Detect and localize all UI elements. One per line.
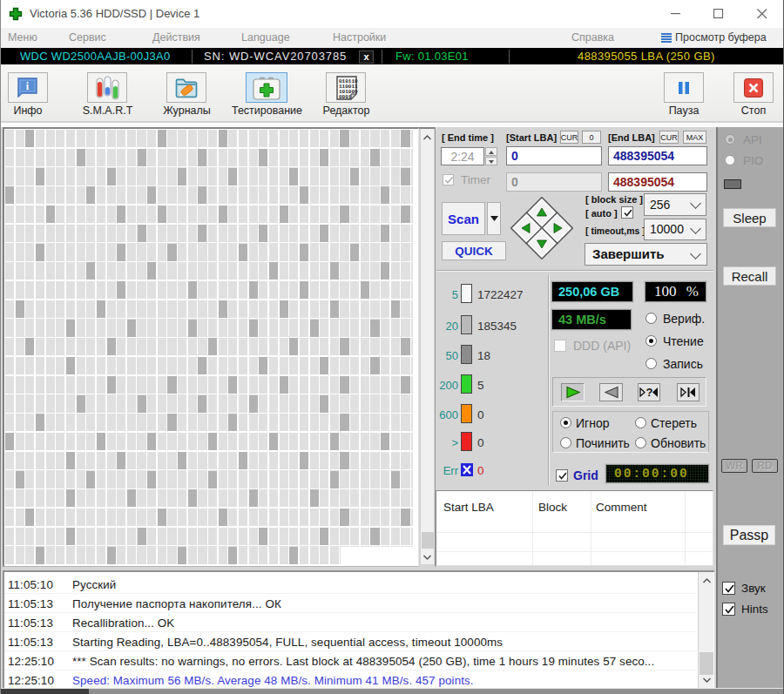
svg-text:0001: 0001 bbox=[339, 94, 352, 100]
svg-text:?: ? bbox=[646, 387, 653, 398]
